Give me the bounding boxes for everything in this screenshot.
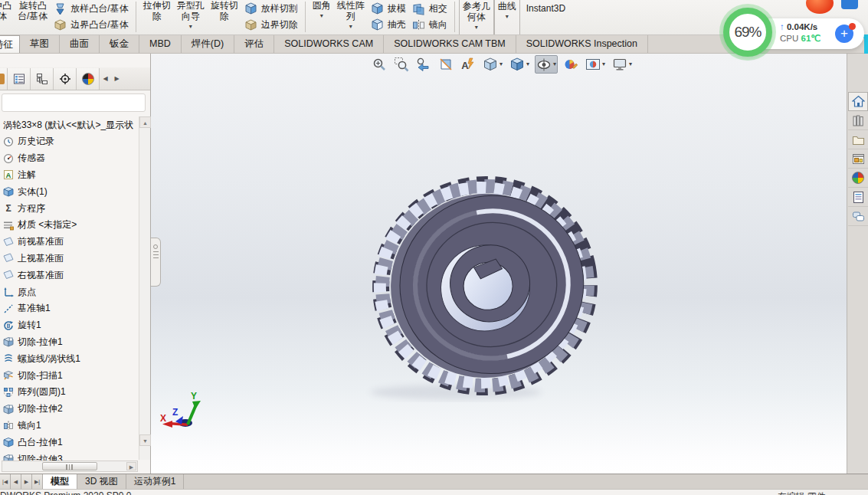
panel-tab-partial[interactable] (0, 68, 8, 90)
instant3d-button[interactable]: Instant3D (520, 2, 572, 15)
appearances-tab[interactable] (848, 169, 868, 188)
tree-item-origin[interactable]: 原点 (0, 284, 138, 300)
dropdown-caret-icon[interactable]: ▾ (189, 23, 192, 31)
feature-tree-tab[interactable] (8, 68, 31, 90)
dropdown-caret-icon[interactable]: ▾ (320, 12, 323, 20)
revolved-cut-button[interactable]: 旋转切 除 (208, 0, 241, 21)
tab-solidworks-inspection[interactable]: SOLIDWORKS Inspection (516, 35, 648, 53)
tree-item-mirror[interactable]: 镜向1 (0, 418, 138, 434)
panel-splitter-handle[interactable] (151, 238, 161, 287)
memory-percent-ring[interactable]: 69% (723, 8, 772, 57)
tree-horizontal-scrollbar[interactable]: ▶ (2, 461, 138, 472)
dimxpert-manager-tab[interactable] (77, 68, 100, 90)
scroll-right-arrow[interactable]: ▶ (126, 462, 136, 470)
previous-tab-button[interactable]: ◀ (11, 474, 21, 489)
first-tab-button[interactable]: |◀ (0, 474, 11, 489)
tree-item-history[interactable]: 历史记录 (0, 133, 138, 150)
dropdown-caret-icon[interactable]: ▾ (602, 61, 605, 68)
dropdown-caret-icon[interactable]: ▾ (475, 24, 478, 31)
fillet-button[interactable]: 圆角 ▾ (310, 0, 334, 20)
panel-tabs-scroll-right[interactable]: ▶ (111, 68, 123, 90)
dropdown-caret-icon[interactable]: ▾ (526, 61, 529, 68)
intersect-button[interactable]: 相交 (409, 1, 450, 17)
extruded-cut-button[interactable]: 拉伸切 除 (140, 0, 174, 21)
tab-features[interactable]: 特征 (0, 35, 20, 53)
section-view-button[interactable] (437, 55, 455, 74)
lofted-boss-button[interactable]: 放样凸台/基体 (51, 1, 131, 17)
mirror-button[interactable]: 镜向 (409, 17, 450, 33)
tree-item-equations[interactable]: 方程序 (0, 200, 138, 217)
draft-button[interactable]: 拔模 (368, 1, 409, 17)
file-explorer-tab[interactable] (848, 130, 868, 149)
tree-item-sensors[interactable]: 传感器 (0, 150, 138, 167)
worm-gear-model[interactable] (365, 172, 604, 402)
tree-item-revolve[interactable]: 旋转1 (0, 317, 138, 334)
custom-properties-tab[interactable] (848, 188, 868, 207)
dropdown-caret-icon[interactable]: ▾ (506, 13, 509, 21)
resources-tab[interactable] (848, 92, 868, 111)
tree-item-axis[interactable]: 基准轴1 (0, 300, 138, 317)
tree-item-helix[interactable]: 螺旋线/涡状线1 (0, 350, 138, 367)
boundary-cut-button[interactable]: 边界切除 (241, 17, 301, 33)
tree-root-item[interactable]: 涡轮33×8 (默认<<默认>_显示状 (0, 116, 138, 133)
tab-solidworks-cam[interactable]: SOLIDWORKS CAM (274, 35, 384, 53)
design-library-tab[interactable] (848, 111, 868, 130)
tree-item-cut-extrude2[interactable]: 切除-拉伸2 (0, 401, 138, 418)
linear-pattern-button[interactable]: 线性阵 列 ▾ (334, 0, 368, 31)
lofted-cut-button[interactable]: 放样切割 (241, 1, 301, 17)
tree-item-boss-extrude[interactable]: 凸台-拉伸1 (0, 434, 138, 451)
zoom-to-area-button[interactable] (392, 55, 411, 74)
tab-mbd[interactable]: MBD (139, 35, 182, 53)
boundary-boss-button[interactable]: 边界凸台/基体 (51, 17, 131, 33)
tab-evaluate[interactable]: 评估 (234, 35, 274, 53)
tree-item-right-plane[interactable]: 右视基准面 (0, 267, 138, 284)
previous-view-button[interactable] (414, 55, 433, 74)
view-palette-tab[interactable] (848, 149, 868, 169)
dropdown-caret-icon[interactable]: ▾ (500, 61, 503, 68)
hole-wizard-button[interactable]: 异型孔 向导 ▾ (174, 0, 208, 31)
tab-surfaces[interactable]: 曲面 (60, 35, 100, 53)
last-tab-button[interactable]: ▶| (32, 474, 43, 489)
tab-solidworks-cam-tbm[interactable]: SOLIDWORKS CAM TBM (384, 35, 516, 53)
zoom-to-fit-button[interactable] (370, 55, 388, 74)
configuration-manager-tab[interactable] (54, 68, 77, 90)
motion-study-tab[interactable]: 运动算例1 (126, 474, 185, 489)
tree-item-sweep-cut[interactable]: 切除-扫描1 (0, 367, 138, 384)
tab-sheet-metal[interactable]: 钣金 (100, 35, 139, 53)
tree-item-front-plane[interactable]: 前视基准面 (0, 234, 138, 251)
view-settings-button[interactable]: ▾ (611, 55, 634, 74)
next-tab-button[interactable]: ▶ (21, 474, 32, 489)
tree-item-cut-extrude1[interactable]: 切除-拉伸1 (0, 334, 138, 351)
edit-appearance-button[interactable] (562, 55, 580, 74)
tab-sketch[interactable]: 草图 (20, 35, 60, 53)
annotation-views-button[interactable] (459, 55, 477, 74)
dropdown-caret-icon[interactable]: ▾ (629, 61, 632, 68)
scrollbar-thumb[interactable] (42, 462, 97, 470)
3d-views-tab[interactable]: 3D 视图 (77, 474, 126, 489)
tree-vertical-scrollbar[interactable]: ▲ ▼ (139, 116, 150, 460)
tree-item-material[interactable]: 材质 <未指定> (0, 217, 138, 234)
panel-tabs-scroll-left[interactable]: ◀ (100, 68, 111, 90)
hide-show-items-button[interactable]: ▾ (535, 55, 558, 74)
display-style-button[interactable]: ▾ (508, 55, 531, 74)
tree-item-top-plane[interactable]: 上视基准面 (0, 251, 138, 267)
tree-item-annotations[interactable]: 注解 (0, 167, 138, 184)
tab-weldments[interactable]: 焊件(D) (182, 35, 234, 53)
view-orientation-button[interactable]: ▾ (481, 55, 504, 74)
scroll-down-arrow[interactable]: ▼ (139, 434, 151, 446)
dropdown-caret-icon[interactable]: ▾ (349, 23, 352, 31)
reference-geometry-button[interactable]: 参考几 何体 ▾ (459, 0, 494, 35)
dropdown-caret-icon[interactable]: ▾ (553, 61, 556, 68)
forum-tab[interactable] (848, 207, 868, 226)
scroll-up-arrow[interactable]: ▲ (139, 116, 151, 128)
shell-button[interactable]: 抽壳 (368, 17, 409, 33)
model-tab[interactable]: 模型 (43, 474, 77, 489)
tree-item-solid-bodies[interactable]: 实体(1) (0, 183, 138, 200)
apply-scene-button[interactable]: ▾ (584, 55, 607, 74)
curves-button[interactable]: 曲线 ▾ (494, 0, 520, 35)
property-manager-tab[interactable] (31, 68, 54, 90)
tree-item-circular-pattern[interactable]: 阵列(圆周)1 (0, 384, 138, 401)
graphics-viewport[interactable]: ▾ ▾ ▾ ▾ ▾ (150, 54, 847, 474)
extruded-boss-button[interactable]: 拉伸凸 基体 (0, 0, 15, 21)
revolved-boss-button[interactable]: 旋转凸 台/基体 (15, 0, 51, 21)
